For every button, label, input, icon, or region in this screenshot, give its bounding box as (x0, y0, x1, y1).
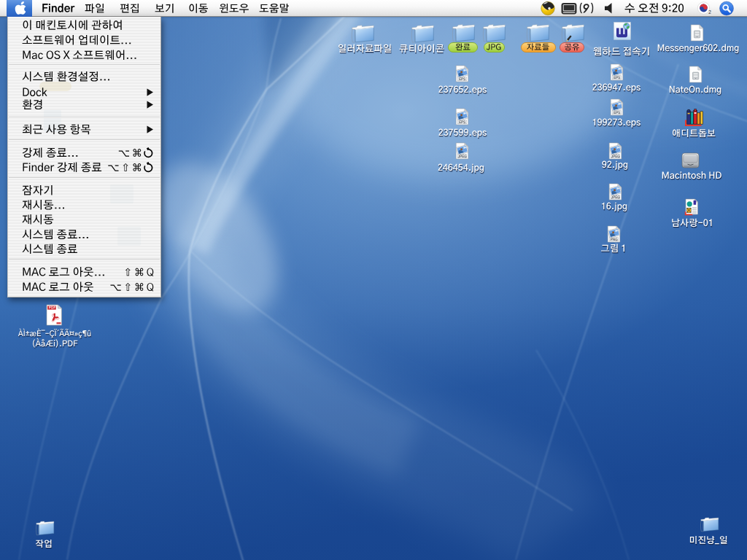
svg-text:2: 2 (708, 9, 711, 15)
